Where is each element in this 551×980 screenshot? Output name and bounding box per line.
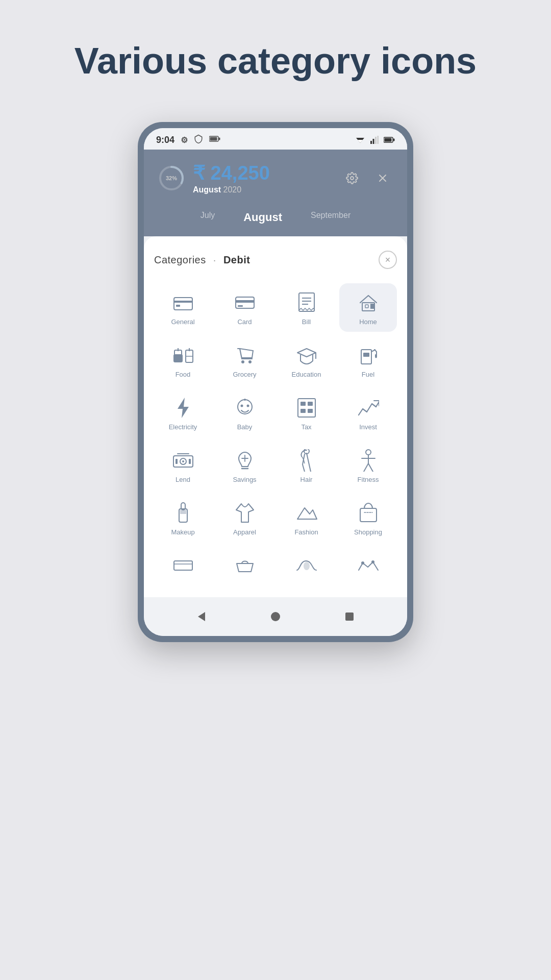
education-label: Education (292, 371, 321, 378)
category-more1[interactable] (154, 546, 212, 587)
category-bill[interactable]: Bill (278, 283, 335, 332)
dot-separator: · (213, 254, 219, 265)
category-fashion[interactable]: Fashion (278, 494, 335, 542)
svg-point-44 (246, 405, 249, 407)
more3-icon (295, 554, 318, 577)
category-tax[interactable]: Tax (278, 388, 335, 437)
category-electricity[interactable]: Electricity (154, 388, 212, 437)
svg-rect-10 (385, 138, 392, 142)
header-amount: ₹ 24,250 (193, 162, 270, 184)
fuel-label: Fuel (362, 371, 374, 378)
svg-line-67 (368, 463, 373, 472)
tab-august[interactable]: August (229, 207, 296, 228)
category-education[interactable]: Education (278, 336, 335, 384)
category-fuel[interactable]: Fuel (339, 336, 397, 384)
svg-rect-11 (393, 139, 395, 141)
shield-status-icon (194, 134, 203, 145)
category-more2[interactable] (216, 546, 273, 587)
svg-point-45 (244, 399, 246, 401)
tab-september[interactable]: September (296, 207, 365, 228)
tab-july[interactable]: July (186, 207, 229, 228)
svg-rect-5 (370, 141, 372, 144)
header-top: 32% ₹ 24,250 August 2020 (158, 162, 393, 194)
bill-icon (295, 291, 318, 314)
svg-rect-21 (236, 300, 254, 303)
svg-point-63 (366, 450, 371, 455)
category-card[interactable]: Card (216, 283, 273, 332)
general-icon (172, 291, 194, 314)
progress-label: 32% (166, 175, 177, 181)
svg-rect-2 (219, 138, 220, 140)
nav-back-button[interactable] (190, 605, 213, 628)
header-date: August 2020 (193, 185, 270, 194)
svg-rect-71 (360, 508, 377, 522)
header-settings-button[interactable] (342, 168, 362, 188)
hair-label: Hair (300, 476, 313, 483)
category-invest[interactable]: Invest (339, 388, 397, 437)
svg-rect-22 (238, 305, 243, 307)
category-baby[interactable]: Baby (216, 388, 273, 437)
category-more3[interactable] (278, 546, 335, 587)
tax-icon (295, 397, 318, 419)
category-grocery[interactable]: Grocery (216, 336, 273, 384)
svg-point-55 (182, 460, 184, 462)
category-lend[interactable]: Lend (154, 441, 212, 489)
svg-rect-50 (308, 409, 313, 413)
phone-frame: 9:04 ⚙ (138, 122, 413, 642)
category-more4[interactable] (339, 546, 397, 587)
card-icon (234, 291, 256, 314)
card-label: Card (237, 318, 252, 326)
category-apparel[interactable]: Apparel (216, 494, 273, 542)
category-food[interactable]: Food (154, 336, 212, 384)
home-icon (357, 291, 380, 314)
category-makeup[interactable]: Makeup (154, 494, 212, 542)
makeup-label: Makeup (171, 528, 194, 536)
svg-rect-1 (210, 137, 217, 141)
svg-line-66 (364, 463, 368, 472)
shopping-icon (357, 502, 380, 524)
bill-label: Bill (302, 318, 311, 326)
category-hair[interactable]: Hair (278, 441, 335, 489)
category-fitness[interactable]: Fitness (339, 441, 397, 489)
apparel-icon (234, 502, 256, 524)
categories-panel: Categories · Debit × Gen (144, 236, 407, 597)
svg-rect-8 (378, 136, 379, 144)
svg-rect-46 (298, 399, 315, 417)
category-shopping[interactable]: Shopping (339, 494, 397, 542)
electricity-icon (172, 397, 194, 419)
more4-icon (357, 554, 380, 577)
svg-rect-19 (176, 305, 180, 307)
nav-home-button[interactable] (264, 605, 287, 628)
header-month: August (193, 185, 221, 194)
nav-recent-button[interactable] (338, 605, 361, 628)
invest-label: Invest (359, 423, 377, 431)
electricity-label: Electricity (169, 423, 197, 431)
icon-grid: General Card (154, 283, 397, 587)
svg-rect-56 (176, 459, 178, 464)
categories-label: Categories (154, 254, 206, 265)
nav-bar (144, 597, 407, 636)
panel-close-button[interactable]: × (379, 251, 397, 269)
time-display: 9:04 (156, 135, 174, 145)
phone-inner: 9:04 ⚙ (144, 128, 407, 636)
svg-marker-78 (198, 612, 205, 621)
invest-icon (357, 397, 380, 419)
savings-label: Savings (233, 476, 256, 483)
svg-point-75 (304, 562, 310, 570)
svg-rect-47 (300, 402, 306, 406)
category-general[interactable]: General (154, 283, 212, 332)
header-close-button[interactable] (372, 168, 393, 188)
progress-circle: 32% (158, 165, 185, 191)
battery-icon (384, 136, 395, 143)
more1-icon (172, 554, 194, 577)
grocery-label: Grocery (233, 371, 256, 378)
category-savings[interactable]: Savings (216, 441, 273, 489)
home-label: Home (359, 318, 377, 326)
category-home[interactable]: Home (339, 283, 397, 332)
status-left: 9:04 ⚙ (156, 134, 220, 145)
grocery-icon (234, 344, 256, 366)
svg-point-37 (248, 360, 252, 363)
makeup-icon (172, 502, 194, 524)
categories-title: Categories · Debit (154, 254, 250, 266)
app-header: 32% ₹ 24,250 August 2020 (144, 150, 407, 236)
